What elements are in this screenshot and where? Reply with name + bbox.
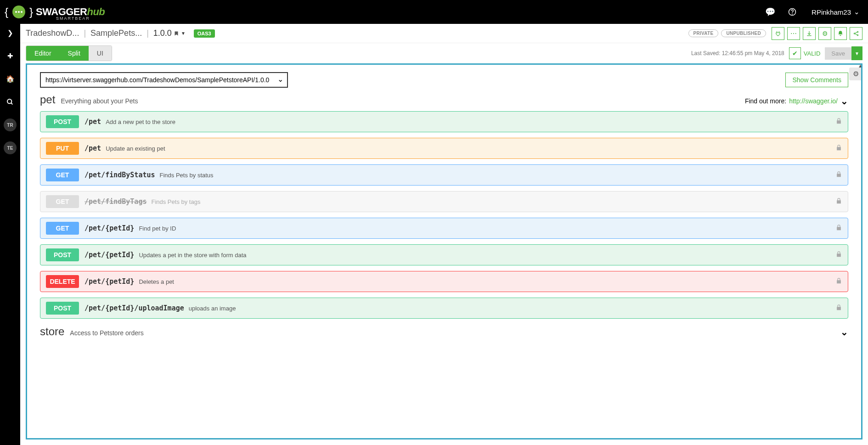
operation-path: /pet/{petId} <box>85 251 134 259</box>
add-icon[interactable]: ✚ <box>4 50 17 62</box>
external-docs-link[interactable]: http://swagger.io/ <box>789 97 838 105</box>
panel-gear-icon[interactable]: ⚙ <box>849 68 862 80</box>
tag-pet-header[interactable]: pet Everything about your Pets Find out … <box>40 93 848 107</box>
bookmark-icon <box>174 31 179 36</box>
find-out-more-label: Find out more: <box>745 97 786 105</box>
tab-ui[interactable]: UI <box>89 46 112 61</box>
download-icon[interactable] <box>803 27 816 40</box>
operation-row[interactable]: DELETE/pet/{petId}Deletes a pet <box>40 271 848 292</box>
svg-point-4 <box>854 33 855 34</box>
breadcrumb-sep: | <box>147 28 149 38</box>
method-badge: POST <box>46 302 79 315</box>
breadcrumb-api[interactable]: SamplePets... <box>90 28 142 38</box>
operation-row[interactable]: GET/pet/findByStatusFinds Pets by status <box>40 164 848 186</box>
svg-point-5 <box>857 31 858 32</box>
view-tabs: Editor Split UI <box>26 45 112 61</box>
brand-subtitle: SMARTBEAR <box>56 16 90 21</box>
tag-desc: Access to Petstore orders <box>70 329 143 337</box>
unpublished-pill[interactable]: UNPUBLISHED <box>721 29 766 37</box>
operation-summary: Deletes a pet <box>139 278 174 285</box>
operation-path: /pet/{petId} <box>85 224 134 232</box>
operation-path: /pet <box>85 118 101 126</box>
caret-down-icon: ▼ <box>181 31 186 36</box>
operation-summary: Find pet by ID <box>139 225 176 232</box>
expand-icon[interactable]: ❯ <box>4 27 17 39</box>
operation-summary: Updates a pet in the store with form dat… <box>139 252 246 259</box>
operation-path: /pet/{petId}/uploadImage <box>85 304 184 312</box>
operation-row[interactable]: GET/pet/{petId}Find pet by ID <box>40 218 848 239</box>
svg-line-1 <box>11 103 12 104</box>
operation-row[interactable]: GET/pet/findByTagsFinds Pets by tags <box>40 191 848 212</box>
method-badge: GET <box>46 169 79 181</box>
svg-point-3 <box>792 14 793 14</box>
version-selector[interactable]: 1.0.0 ▼ <box>153 28 186 38</box>
operation-path: /pet/findByStatus <box>85 171 155 179</box>
help-icon[interactable] <box>784 4 800 20</box>
chevron-down-icon[interactable]: ⌄ <box>840 96 848 107</box>
valid-check-icon[interactable]: ✔ <box>789 47 801 59</box>
share-icon[interactable] <box>850 27 862 40</box>
breadcrumb-row: TradeshowD... | SamplePets... | 1.0.0 ▼ … <box>20 24 868 43</box>
view-tabs-row: Editor Split UI Last Saved: 12:46:55 pm … <box>20 43 868 63</box>
lock-icon[interactable] <box>835 224 842 233</box>
gear-icon[interactable]: ⚙ <box>818 27 831 40</box>
tag-name: pet <box>40 93 55 106</box>
svg-point-6 <box>857 34 858 35</box>
save-dropdown[interactable]: ▼ <box>851 46 862 60</box>
chevron-down-icon[interactable]: ⌄ <box>840 327 848 338</box>
last-saved: Last Saved: 12:46:55 pm May 4, 2018 <box>691 50 784 56</box>
operation-path: /pet <box>85 144 101 152</box>
tag-name: store <box>40 325 64 338</box>
operation-row[interactable]: POST/petAdd a new pet to the store <box>40 111 848 132</box>
topbar: { } SWAGGERhub SMARTBEAR 💬 RPinkham23 ⌄ <box>20 0 868 24</box>
more-icon[interactable]: ⋯ <box>787 27 800 40</box>
operation-path: /pet/{petId} <box>85 277 134 286</box>
user-menu[interactable]: RPinkham23 ⌄ <box>812 8 860 16</box>
private-pill[interactable]: PRIVATE <box>688 29 719 37</box>
operation-row[interactable]: POST/pet/{petId}Updates a pet in the sto… <box>40 244 848 265</box>
plug-icon[interactable] <box>772 27 784 40</box>
chat-icon[interactable]: 💬 <box>762 4 778 20</box>
method-badge: POST <box>46 115 79 128</box>
lock-icon[interactable] <box>835 118 842 126</box>
user-name: RPinkham23 <box>812 8 851 16</box>
tag-store-header[interactable]: store Access to Petstore orders ⌄ <box>40 325 848 338</box>
operation-summary: uploads an image <box>189 305 236 312</box>
lock-icon[interactable] <box>835 197 842 206</box>
lock-icon[interactable] <box>835 251 842 259</box>
show-comments-button[interactable]: Show Comments <box>785 73 848 87</box>
method-badge: DELETE <box>46 275 79 288</box>
operation-path: /pet/findByTags <box>85 197 147 206</box>
operation-summary: Update an existing pet <box>106 145 165 152</box>
tab-editor[interactable]: Editor <box>26 46 60 61</box>
org-badge-tr[interactable]: TR <box>4 118 17 131</box>
operation-summary: Add a new pet to the store <box>106 118 175 125</box>
breadcrumb-sep: | <box>84 28 86 38</box>
lock-icon[interactable] <box>835 171 842 180</box>
lock-icon[interactable] <box>835 144 842 153</box>
method-badge: POST <box>46 248 79 261</box>
oas-badge: OAS3 <box>194 29 215 38</box>
save-button: Save <box>825 47 851 60</box>
operation-row[interactable]: POST/pet/{petId}/uploadImageuploads an i… <box>40 298 848 319</box>
valid-label: VALID <box>804 50 821 57</box>
operation-summary: Finds Pets by status <box>160 172 214 179</box>
operation-summary: Finds Pets by tags <box>151 198 200 205</box>
breadcrumb-org[interactable]: TradeshowD... <box>26 28 79 38</box>
lock-icon[interactable] <box>835 304 842 313</box>
lock-icon[interactable] <box>835 277 842 286</box>
left-sidebar: ❯ ✚ 🏠 TR TE <box>0 0 20 445</box>
operation-row[interactable]: PUT/petUpdate an existing pet <box>40 138 848 159</box>
method-badge: GET <box>46 222 79 235</box>
method-badge: GET <box>46 195 79 208</box>
tab-split[interactable]: Split <box>60 46 89 61</box>
method-badge: PUT <box>46 142 79 155</box>
swagger-panel: ▲ ⚙ https://virtserver.swaggerhub.com/Tr… <box>26 63 862 439</box>
search-icon[interactable] <box>4 96 17 108</box>
server-select[interactable]: https://virtserver.swaggerhub.com/Trades… <box>40 72 288 88</box>
tag-desc: Everything about your Pets <box>61 97 138 105</box>
chevron-down-icon: ⌄ <box>854 8 860 16</box>
org-badge-te[interactable]: TE <box>4 141 17 154</box>
bell-icon[interactable] <box>834 27 847 40</box>
home-icon[interactable]: 🏠 <box>4 73 17 85</box>
